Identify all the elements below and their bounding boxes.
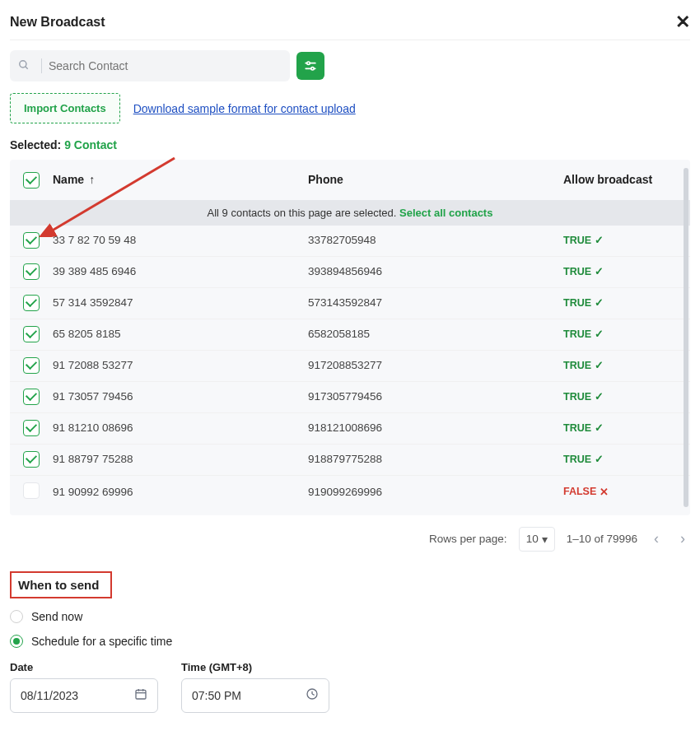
send-now-label: Send now	[31, 610, 82, 623]
time-label: Time (GMT+8)	[181, 661, 329, 673]
pagination-range: 1–10 of 79996	[567, 533, 637, 545]
date-label: Date	[10, 661, 158, 673]
allow-true-badge: TRUE ✓	[563, 328, 604, 340]
x-icon: ✕	[600, 486, 609, 498]
table-row: 57 314 3592847 573143592847 TRUE ✓	[10, 287, 690, 319]
allow-false-badge: FALSE ✕	[563, 486, 609, 498]
allow-true-badge: TRUE ✓	[563, 390, 604, 403]
cell-phone: 393894856946	[308, 265, 563, 277]
row-checkbox[interactable]	[23, 420, 40, 436]
close-icon[interactable]: ✕	[675, 13, 690, 31]
check-icon: ✓	[595, 421, 604, 434]
check-icon: ✓	[595, 234, 604, 246]
date-input[interactable]: 08/11/2023	[10, 678, 158, 713]
row-checkbox[interactable]	[23, 389, 40, 405]
svg-point-3	[307, 62, 310, 64]
search-input[interactable]	[49, 59, 282, 72]
cell-name: 57 314 3592847	[53, 296, 308, 309]
svg-rect-7	[136, 690, 146, 699]
row-checkbox[interactable]	[23, 232, 40, 249]
download-sample-link[interactable]: Download sample format for contact uploa…	[133, 102, 356, 115]
scrollbar[interactable]	[684, 168, 688, 507]
svg-line-13	[312, 694, 315, 695]
divider	[41, 58, 42, 73]
clock-icon	[306, 687, 319, 703]
row-checkbox[interactable]	[23, 482, 40, 499]
allow-true-badge: TRUE ✓	[563, 296, 604, 309]
cell-phone: 33782705948	[308, 234, 563, 246]
radio-send-now[interactable]	[10, 610, 23, 623]
check-icon: ✓	[595, 453, 604, 465]
cell-phone: 918879775288	[308, 453, 563, 465]
allow-true-badge: TRUE ✓	[563, 421, 604, 434]
row-checkbox[interactable]	[23, 326, 40, 342]
column-header-allow[interactable]: Allow broadcast	[563, 173, 677, 186]
row-checkbox[interactable]	[23, 295, 40, 311]
cell-phone: 918121008696	[308, 421, 563, 434]
row-checkbox[interactable]	[23, 357, 40, 374]
sort-arrow-up-icon: ↑	[89, 173, 95, 186]
table-row: 91 90992 69996 919099269996 FALSE ✕	[10, 475, 690, 509]
cell-phone: 917305779456	[308, 390, 563, 403]
search-box[interactable]	[10, 50, 290, 81]
selected-count: 9 Contact	[64, 138, 117, 151]
selected-summary: Selected: 9 Contact	[10, 138, 690, 151]
cell-name: 91 88797 75288	[53, 453, 308, 465]
select-all-contacts-link[interactable]: Select all contacts	[399, 207, 492, 219]
column-header-phone[interactable]: Phone	[308, 173, 563, 186]
check-icon: ✓	[595, 390, 604, 403]
cell-phone: 6582058185	[308, 328, 563, 340]
cell-phone: 917208853277	[308, 359, 563, 371]
cell-phone: 919099269996	[308, 486, 563, 498]
allow-true-badge: TRUE ✓	[563, 265, 604, 277]
table-row: 65 8205 8185 6582058185 TRUE ✓	[10, 319, 690, 350]
when-to-send-heading: When to send	[10, 571, 112, 598]
table-row: 39 389 485 6946 393894856946 TRUE ✓	[10, 256, 690, 287]
cell-name: 65 8205 8185	[53, 328, 308, 340]
table-row: 91 81210 08696 918121008696 TRUE ✓	[10, 412, 690, 444]
rows-per-page-label: Rows per page:	[429, 533, 507, 545]
svg-point-5	[311, 68, 314, 70]
svg-line-1	[26, 66, 28, 68]
allow-true-badge: TRUE ✓	[563, 359, 604, 371]
import-contacts-button[interactable]: Import Contacts	[10, 93, 120, 123]
schedule-specific-label: Schedule for a specific time	[31, 635, 172, 648]
cell-phone: 573143592847	[308, 296, 563, 309]
page-title: New Broadcast	[10, 15, 105, 30]
cell-name: 33 7 82 70 59 48	[53, 234, 308, 246]
cell-name: 91 72088 53277	[53, 359, 308, 371]
next-page-button[interactable]: ›	[675, 530, 690, 547]
cell-name: 91 81210 08696	[53, 421, 308, 434]
rows-per-page-select[interactable]: 10 ▾	[519, 527, 555, 552]
filter-button[interactable]	[296, 52, 324, 80]
row-checkbox[interactable]	[23, 263, 40, 280]
table-row: 91 73057 79456 917305779456 TRUE ✓	[10, 381, 690, 412]
selection-banner: All 9 contacts on this page are selected…	[10, 200, 690, 226]
allow-true-badge: TRUE ✓	[563, 453, 604, 465]
check-icon: ✓	[595, 265, 604, 277]
column-header-name[interactable]: Name ↑	[53, 173, 308, 186]
cell-name: 91 73057 79456	[53, 390, 308, 403]
selected-label: Selected:	[10, 138, 61, 151]
table-row: 33 7 82 70 59 48 33782705948 TRUE ✓	[10, 226, 690, 256]
check-icon: ✓	[595, 359, 604, 371]
cell-name: 39 389 485 6946	[53, 265, 308, 277]
check-icon: ✓	[595, 328, 604, 340]
cell-name: 91 90992 69996	[53, 486, 308, 498]
prev-page-button[interactable]: ‹	[649, 530, 664, 547]
svg-point-0	[20, 60, 26, 67]
table-row: 91 88797 75288 918879775288 TRUE ✓	[10, 444, 690, 475]
table-row: 91 72088 53277 917208853277 TRUE ✓	[10, 350, 690, 381]
select-all-checkbox[interactable]	[23, 172, 40, 189]
radio-schedule-specific[interactable]	[10, 635, 23, 648]
check-icon: ✓	[595, 296, 604, 309]
search-icon	[18, 59, 30, 73]
row-checkbox[interactable]	[23, 451, 40, 468]
chevron-down-icon: ▾	[542, 533, 548, 546]
time-input[interactable]: 07:50 PM	[181, 678, 329, 713]
allow-true-badge: TRUE ✓	[563, 234, 604, 246]
contacts-table: Name ↑ Phone Allow broadcast All 9 conta…	[10, 160, 690, 515]
calendar-icon	[134, 687, 147, 703]
